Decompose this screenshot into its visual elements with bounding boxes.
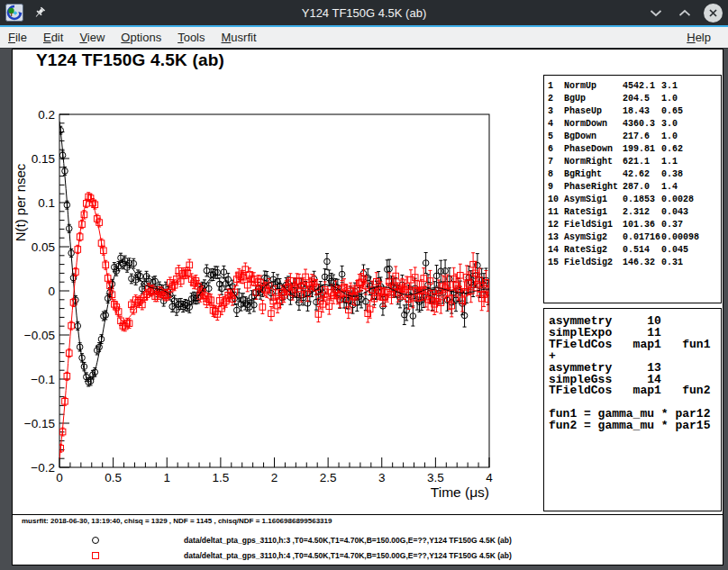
statusbar-divider — [13, 514, 723, 515]
x-tick-label: 3.5 — [427, 471, 444, 484]
root-canvas[interactable]: 0.20.150.10.050−0.05−0.1−0.15−0.200.511.… — [12, 49, 723, 565]
param-row: 2BgUp204.51.0 — [548, 93, 721, 105]
pin-icon[interactable] — [32, 5, 47, 20]
legend-item: data/deltat_pta_gps_3110,h:4 ,T0=4.50K,T… — [13, 548, 723, 564]
menu-item-view[interactable]: View — [71, 29, 113, 46]
parameter-box: 1NormUp4542.13.12BgUp204.51.03PhaseUp18.… — [543, 75, 722, 303]
y-tick-label: −0.05 — [24, 329, 55, 342]
y-tick-label: −0.2 — [31, 461, 55, 475]
close-button[interactable] — [704, 4, 723, 23]
param-row: 10AsymSig10.18530.0028 — [548, 194, 721, 206]
y-axis-title: N(t) per nsec — [13, 163, 28, 241]
app-icon — [5, 4, 23, 22]
fit-status-line: musrfit: 2018-06-30, 13:19:40, chisq = 1… — [22, 516, 332, 527]
y-tick-label: 0.05 — [32, 240, 55, 254]
y-tick-label: 0.15 — [32, 152, 55, 166]
menu-item-options[interactable]: Options — [113, 29, 169, 46]
param-row: 6PhaseDown199.810.62 — [548, 143, 721, 156]
legend-label: data/deltat_pta_gps_3110,h:4 ,T0=4.50K,T… — [184, 551, 512, 560]
menu-item-musrfit[interactable]: Musrfit — [214, 29, 265, 46]
menu-item-tools[interactable]: Tools — [169, 29, 213, 46]
theory-line: fun2 = gamma_mu * par15 — [549, 421, 721, 432]
menu-item-edit[interactable]: Edit — [35, 29, 71, 46]
window-content: 0.20.150.10.050−0.05−0.1−0.15−0.200.511.… — [0, 49, 728, 570]
param-row: 15FieldSig2146.320.31 — [548, 257, 721, 269]
x-tick-label: 1 — [163, 471, 170, 484]
series-1-fit-line — [59, 122, 489, 382]
y-tick-label: 0.1 — [38, 196, 55, 210]
param-row: 8BgRight42.620.38 — [548, 168, 721, 181]
window-title: Y124 TF150G 4.5K (ab) — [0, 6, 728, 20]
x-tick-label: 2.5 — [320, 471, 337, 484]
series-1-points — [58, 126, 491, 386]
param-row: 14RateSig20.5140.045 — [548, 244, 721, 257]
y-tick-label: 0.2 — [38, 108, 55, 122]
param-row: 7NormRight621.11.1 — [548, 156, 721, 168]
minimize-button[interactable] — [646, 3, 666, 23]
open-circle-icon — [92, 537, 99, 544]
menu-item-help[interactable]: Help — [678, 29, 719, 46]
menu-item-file[interactable]: File — [0, 29, 35, 46]
titlebar[interactable]: Y124 TF150G 4.5K (ab) — [0, 0, 728, 25]
x-axis-title: Time (μs) — [431, 484, 489, 500]
y-tick-label: 0 — [48, 285, 55, 298]
x-tick-label: 2 — [271, 471, 278, 484]
legend-label: data/deltat_pta_gps_3110,h:3 ,T0=4.50K,T… — [184, 536, 512, 545]
plot-title: Y124 TF150G 4.5K (ab) — [36, 50, 224, 70]
x-tick-label: 3 — [378, 471, 386, 484]
theory-line: TFieldCos map1 fun1 — [549, 339, 721, 351]
x-tick-label: 4 — [486, 471, 493, 484]
application-window: Y124 TF150G 4.5K (ab) FileEditViewOption… — [0, 0, 728, 570]
maximize-button[interactable] — [675, 3, 695, 23]
x-tick-label: 0.5 — [105, 471, 122, 484]
theory-line: TFieldCos map1 fun2 — [549, 385, 721, 397]
param-row: 11RateSig12.3120.043 — [548, 206, 721, 219]
param-row: 4NormDown4360.33.0 — [548, 118, 721, 131]
y-tick-label: −0.15 — [24, 417, 55, 430]
param-row: 9PhaseRight287.01.4 — [548, 181, 721, 194]
series-2-points — [58, 193, 491, 452]
open-square-icon — [92, 552, 99, 559]
param-row: 1NormUp4542.13.1 — [548, 80, 721, 93]
x-tick-label: 0 — [56, 471, 63, 484]
param-row: 13AsymSig20.017160.00098 — [548, 231, 721, 244]
theory-box: asymmetry 10simplExpo 11TFieldCos map1 f… — [543, 308, 722, 511]
y-tick-label: −0.1 — [31, 373, 55, 386]
x-tick-label: 1.5 — [212, 471, 229, 484]
param-row: 3PhaseUp18.430.65 — [548, 105, 721, 118]
param-row: 5BgDown217.61.0 — [548, 131, 721, 143]
param-row: 12FieldSig1101.360.37 — [548, 219, 721, 231]
legend-item: data/deltat_pta_gps_3110,h:3 ,T0=4.50K,T… — [13, 533, 723, 548]
menubar: FileEditViewOptionsToolsMusrfit Help — [0, 27, 728, 49]
